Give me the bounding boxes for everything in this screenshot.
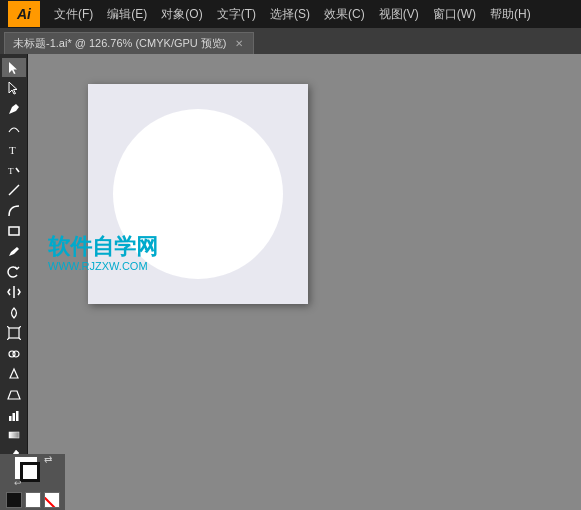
svg-line-12 [19,338,21,340]
svg-rect-8 [9,328,19,338]
stroke-box[interactable] [20,462,40,482]
svg-rect-16 [9,416,12,421]
gradient-tool[interactable] [2,425,26,444]
type-tool[interactable]: T [2,140,26,159]
ai-logo: Ai [8,1,40,27]
color-area: ⇄ ↩ [0,454,65,510]
none-swatch[interactable] [44,492,60,508]
line-tool[interactable] [2,180,26,199]
watermark: 软件自学网 WWW.RJZXW.COM [48,234,158,272]
white-swatch[interactable] [25,492,41,508]
menu-object[interactable]: 对象(O) [155,4,208,25]
menu-text[interactable]: 文字(T) [211,4,262,25]
perspective-tool[interactable] [2,385,26,404]
menu-bar: 文件(F) 编辑(E) 对象(O) 文字(T) 选择(S) 效果(C) 视图(V… [48,4,573,25]
svg-text:T: T [9,144,16,156]
rotate-tool[interactable] [2,262,26,281]
pen-tool[interactable] [2,99,26,118]
svg-rect-19 [9,432,19,438]
svg-line-5 [9,185,19,195]
menu-help[interactable]: 帮助(H) [484,4,537,25]
menu-select[interactable]: 选择(S) [264,4,316,25]
solid-color-button[interactable] [6,492,22,508]
svg-line-4 [16,168,19,172]
shape-builder-tool[interactable] [2,344,26,363]
svg-point-14 [13,351,19,357]
menu-edit[interactable]: 编辑(E) [101,4,153,25]
svg-marker-1 [9,82,17,94]
color-mode-row [6,492,60,508]
canvas-area: 软件自学网 WWW.RJZXW.COM [28,54,581,510]
svg-marker-0 [9,62,17,74]
menu-view[interactable]: 视图(V) [373,4,425,25]
tab-close-button[interactable]: ✕ [233,38,245,49]
arc-tool[interactable] [2,201,26,220]
direct-selection-tool[interactable] [2,78,26,97]
svg-rect-17 [12,413,15,421]
width-tool[interactable] [2,303,26,322]
mirror-tool[interactable] [2,282,26,301]
main-area: T T [0,54,581,510]
reset-colors-icon[interactable]: ↩ [14,478,22,488]
menu-file[interactable]: 文件(F) [48,4,99,25]
swap-colors-icon[interactable]: ⇄ [44,454,52,465]
title-bar: Ai 文件(F) 编辑(E) 对象(O) 文字(T) 选择(S) 效果(C) 视… [0,0,581,28]
svg-marker-15 [8,391,20,399]
bar-chart-tool[interactable] [2,405,26,424]
watermark-text-chinese: 软件自学网 [48,234,158,260]
document-tab[interactable]: 未标题-1.ai* @ 126.76% (CMYK/GPU 预览) ✕ [4,32,254,54]
watermark-text-url: WWW.RJZXW.COM [48,260,158,272]
svg-line-11 [7,338,9,340]
tab-title: 未标题-1.ai* @ 126.76% (CMYK/GPU 预览) [13,36,227,51]
tab-bar: 未标题-1.ai* @ 126.76% (CMYK/GPU 预览) ✕ [0,28,581,54]
touch-type-tool[interactable]: T [2,160,26,179]
selection-tool[interactable] [2,58,26,77]
fill-stroke-selector: ⇄ ↩ [14,456,52,488]
free-transform-tool[interactable] [2,323,26,342]
live-paint-tool[interactable] [2,364,26,383]
svg-line-9 [7,326,9,328]
curvature-tool[interactable] [2,119,26,138]
rectangle-tool[interactable] [2,221,26,240]
menu-window[interactable]: 窗口(W) [427,4,482,25]
menu-effect[interactable]: 效果(C) [318,4,371,25]
svg-rect-6 [9,227,19,235]
paintbrush-tool[interactable] [2,242,26,261]
svg-rect-18 [16,411,19,421]
toolbar: T T [0,54,28,510]
svg-line-10 [19,326,21,328]
svg-text:T: T [8,166,14,176]
